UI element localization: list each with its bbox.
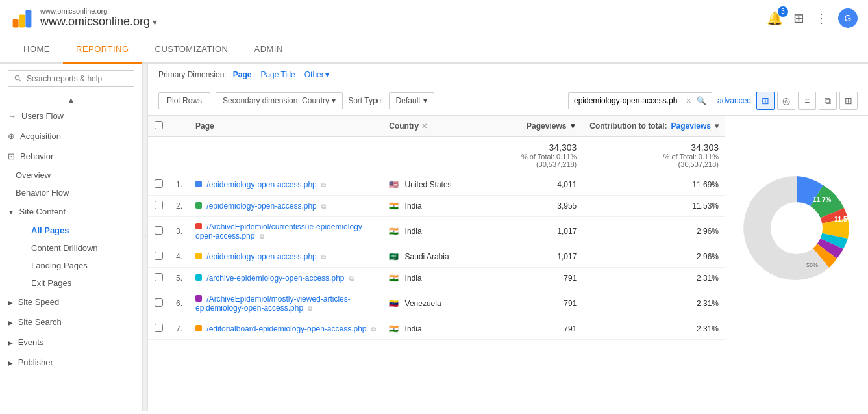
filter-input[interactable] [569,93,686,109]
row-page-link-4[interactable]: /archive-epidemiology-open-access.php [206,274,344,283]
row-external-icon-0[interactable]: ⧉ [321,181,326,188]
more-options-button[interactable]: ⋮ [815,10,828,26]
sidebar-sub-all-pages[interactable]: All Pages [0,222,142,239]
sidebar-section-publisher[interactable]: ▶ Publisher [0,352,142,372]
row-page-link-0[interactable]: /epidemiology-open-access.php [206,180,316,189]
filter-clear-icon[interactable]: ✕ [686,97,691,105]
row-country-6: 🇮🇳 India [382,318,490,340]
row-external-icon-2[interactable]: ⧉ [260,233,264,240]
sidebar-section-events[interactable]: ▶ Events [0,332,142,352]
row-page-link-2[interactable]: /ArchiveEpidemiol/currentissue-epidemiol… [195,222,365,240]
acquisition-icon: ⊕ [8,131,15,141]
resize-handle[interactable]: ⋮ [143,64,148,411]
sidebar-item-label-acquisition: Acquisition [20,131,61,141]
sidebar-sub-behavior-flow[interactable]: Behavior Flow [0,184,142,201]
row-page-link-5[interactable]: /ArchiveEpidemiol/mostly-viewed-articles… [195,294,351,313]
row-checkbox-2[interactable] [155,226,163,235]
sidebar-item-behavior[interactable]: ⊡ Behavior [0,146,142,166]
row-country-text-1: India [405,201,422,211]
logo-area: www.omicsonline.org www.omicsonline.org … [10,6,157,30]
row-page-link-1[interactable]: /epidemiology-open-access.php [206,201,316,211]
data-area: Page Country ✕ Pageviews ▼ [148,116,868,340]
row-color-dot-6 [195,325,202,331]
sidebar-sub-exit-pages[interactable]: Exit Pages [0,274,142,292]
search-input[interactable] [8,70,134,87]
sidebar-section-site-speed[interactable]: ▶ Site Speed [0,292,142,312]
row-pct-4: 2.31% [583,268,725,289]
row-checkbox-1[interactable] [155,201,163,209]
sidebar-section-site-content[interactable]: ▼ Site Content [0,201,142,222]
dim-page-title-link[interactable]: Page Title [260,70,295,79]
tab-home[interactable]: HOME [10,36,63,62]
sidebar-item-acquisition[interactable]: ⊕ Acquisition [0,126,142,146]
sidebar-sub-landing-pages[interactable]: Landing Pages [0,257,142,274]
row-page-link-6[interactable]: /editorialboard-epidemiology-open-access… [206,324,366,333]
sidebar-sub-overview[interactable]: Overview [0,166,142,184]
table-row: 2. /epidemiology-open-access.php ⧉ 🇮🇳 In… [148,196,725,217]
row-color-dot-3 [195,253,202,259]
row-external-icon-1[interactable]: ⧉ [321,203,326,210]
secondary-dim-button[interactable]: Secondary dimension: Country ▾ [216,92,343,109]
avatar[interactable]: G [838,8,858,28]
pie-chart-container: 11.7% 11.5% 58% [725,116,868,340]
top-icons: 🔔 3 ⊞ ⋮ G [767,8,858,28]
bar-view-button[interactable]: ≡ [798,92,816,110]
pie-view-button[interactable]: ◎ [777,92,795,110]
sidebar-item-users-flow[interactable]: → Users Flow [0,106,142,126]
sidebar-section-site-search[interactable]: ▶ Site Search [0,312,142,332]
svg-rect-1 [19,14,25,27]
notifications-button[interactable]: 🔔 3 [767,10,783,26]
site-url-small: www.omicsonline.org [40,7,157,15]
row-pct-6: 2.31% [583,318,725,340]
site-search-expand-icon: ▶ [8,319,13,326]
row-pageviews-5: 791 [491,289,584,318]
filter-search-icon[interactable]: 🔍 [691,93,712,109]
tab-reporting[interactable]: REPORTING [63,36,142,64]
row-checkbox-0[interactable] [155,179,163,188]
advanced-link[interactable]: advanced [717,96,751,105]
sort-type-button[interactable]: Default ▾ [389,92,434,109]
tab-admin[interactable]: ADMIN [241,36,295,62]
select-all-checkbox[interactable] [155,121,163,129]
svg-point-3 [771,202,823,254]
row-pct-2: 2.96% [583,217,725,246]
sidebar-scroll-up[interactable]: ▲ [0,94,142,106]
sidebar-item-label-users-flow: Users Flow [21,111,64,121]
country-remove-icon[interactable]: ✕ [421,122,427,130]
search-box [0,64,142,94]
row-pageviews-3: 1,017 [491,246,584,268]
pageviews-sort-icon[interactable]: ▼ [569,122,577,131]
row-pct-3: 2.96% [583,246,725,268]
site-speed-expand-icon: ▶ [8,299,13,306]
apps-button[interactable]: ⊞ [793,10,804,26]
row-pageviews-6: 791 [491,318,584,340]
sidebar-sub-content-drilldown[interactable]: Content Drilldown [0,239,142,257]
ga-logo-icon [10,6,34,30]
row-checkbox-5[interactable] [155,298,163,307]
row-external-icon-6[interactable]: ⧉ [371,326,376,333]
row-page-1: /epidemiology-open-access.php ⧉ [189,196,382,217]
row-external-icon-3[interactable]: ⧉ [321,253,326,261]
dim-other-dropdown[interactable]: Other ▾ [304,70,329,79]
row-checkbox-6[interactable] [155,324,163,332]
row-color-dot-4 [195,274,202,281]
pivot-view-button[interactable]: ⊞ [839,92,858,110]
tab-customization[interactable]: CUSTOMIZATION [142,36,242,62]
site-dropdown-arrow[interactable]: ▾ [153,17,157,27]
row-flag-3: 🇸🇦 [389,252,399,261]
table-view-button[interactable]: ⊞ [756,92,775,110]
contribution-dropdown-icon[interactable]: ▾ [715,122,719,131]
dim-page-link[interactable]: Page [233,70,252,79]
row-external-icon-4[interactable]: ⧉ [349,275,354,282]
table-body: 34,303 % of Total: 0.11% (30,537,218) 34… [148,137,725,340]
sidebar: ▲ → Users Flow ⊕ Acquisition ⊡ Behavior … [0,64,143,411]
plot-rows-button[interactable]: Plot Rows [158,92,210,109]
row-color-dot-0 [195,181,202,187]
row-checkbox-3[interactable] [155,252,163,260]
row-page-link-3[interactable]: /epidemiology-open-access.php [206,252,316,261]
site-info: www.omicsonline.org www.omicsonline.org … [40,7,157,29]
row-external-icon-5[interactable]: ⧉ [308,305,312,312]
comparison-view-button[interactable]: ⧉ [819,92,837,110]
row-checkbox-4[interactable] [155,273,163,281]
row-pageviews-0: 4,011 [491,174,584,196]
